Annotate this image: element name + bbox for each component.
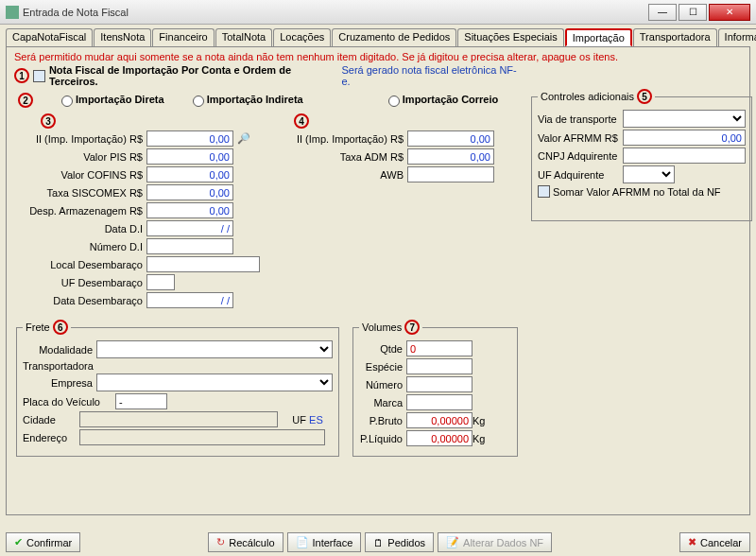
radio-direta-label: Importação Direta xyxy=(76,94,164,105)
interface-label: Interface xyxy=(313,537,353,548)
modalidade-select[interactable] xyxy=(96,340,333,358)
marca-input[interactable] xyxy=(406,394,472,410)
marker-3: 3 xyxy=(41,113,56,129)
armaz-label: Desp. Armazenagem R$ xyxy=(14,205,146,217)
nf-importacao-checkbox[interactable] xyxy=(33,70,45,82)
awb-label: AWB xyxy=(294,169,407,181)
empresa-select[interactable] xyxy=(96,374,333,391)
cofins-input[interactable] xyxy=(146,166,233,182)
numero-input[interactable] xyxy=(406,376,472,392)
radio-indireta-label: Importação Indireta xyxy=(207,94,303,105)
uf-label: UF xyxy=(278,414,306,426)
tab-cruzamento[interactable]: Cruzamento de Pedidos xyxy=(332,28,456,46)
marker-2: 2 xyxy=(18,93,33,108)
especie-input[interactable] xyxy=(406,358,472,374)
cidade-value xyxy=(79,411,278,427)
cnpj-label: CNPJ Adquirente xyxy=(538,150,623,162)
tab-transportadora-tab[interactable]: Transportadora xyxy=(633,28,717,46)
placa-label: Placa do Veículo xyxy=(23,396,115,408)
radio-direta[interactable] xyxy=(61,96,73,107)
x-icon: ✖ xyxy=(688,536,696,548)
cofins-label: Valor COFINS R$ xyxy=(14,169,146,181)
somar-label: Somar Valor AFRMM no Total da NF xyxy=(553,186,721,198)
pliq-unit: Kg xyxy=(472,433,485,444)
endereco-label: Endereço xyxy=(23,432,79,443)
datades-input[interactable] xyxy=(146,292,233,308)
frete-group: Frete 6 Modalidade Transportadora Empres… xyxy=(16,320,339,457)
cancelar-button[interactable]: ✖Cancelar xyxy=(679,532,750,552)
alterar-label: Alterar Dados NF xyxy=(463,537,543,548)
adm-input[interactable] xyxy=(407,148,494,165)
tab-totalnota[interactable]: TotalNota xyxy=(215,28,272,46)
doc-icon: 📄 xyxy=(296,536,309,548)
alterar-button[interactable]: 📝Alterar Dados NF xyxy=(438,532,552,552)
recalculo-button[interactable]: ↻Recálculo xyxy=(208,532,283,552)
via-select[interactable] xyxy=(623,110,746,128)
bottom-toolbar: ✔Confirmar ↻Recálculo 📄Interface 🗒Pedido… xyxy=(6,532,750,552)
radio-indireta[interactable] xyxy=(193,96,204,107)
close-button[interactable]: ✕ xyxy=(709,4,750,21)
ufdes-label: UF Desembaraço xyxy=(14,277,146,288)
tab-locacoes[interactable]: Locações xyxy=(273,28,331,46)
nfe-info: Será gerado nota fiscal eletrônica NF-e. xyxy=(341,64,524,87)
pedidos-button[interactable]: 🗒Pedidos xyxy=(365,532,434,552)
lookup-icon[interactable]: 🔎 xyxy=(237,132,250,145)
ufdes-input[interactable] xyxy=(146,274,175,290)
tab-situacoes[interactable]: Situações Especiais xyxy=(457,28,563,46)
marker-5: 5 xyxy=(637,89,652,104)
armaz-input[interactable] xyxy=(146,202,233,218)
endereco-value xyxy=(79,429,325,445)
edit-icon: 📝 xyxy=(446,536,459,548)
numero-label: Número xyxy=(359,379,406,391)
qtde-label: Qtde xyxy=(359,343,406,355)
datades-label: Data Desembaraço xyxy=(14,295,146,306)
interface-button[interactable]: 📄Interface xyxy=(287,532,362,552)
tab-importacao[interactable]: Importação xyxy=(565,28,632,46)
mid-ii-label: II (Imp. Importação) R$ xyxy=(294,133,407,145)
tab-strip: CapaNotaFiscal ItensNota Financeiro Tota… xyxy=(6,28,750,46)
siscomex-input[interactable] xyxy=(146,184,233,200)
marker-7: 7 xyxy=(404,320,420,335)
controles-group: Controles adicionais 5 Via de transporte… xyxy=(531,89,752,221)
confirmar-button[interactable]: ✔Confirmar xyxy=(6,532,80,552)
ufadq-label: UF Adquirente xyxy=(538,169,623,181)
numdi-input[interactable] xyxy=(146,238,233,254)
ii-label: II (Imp. Importação) R$ xyxy=(14,133,146,145)
localdes-input[interactable] xyxy=(146,256,260,272)
afrmm-input[interactable] xyxy=(623,130,746,146)
siscomex-label: Taxa SISCOMEX R$ xyxy=(14,187,146,199)
radio-correio[interactable] xyxy=(388,96,400,107)
maximize-button[interactable]: ☐ xyxy=(679,4,707,21)
tab-info-adicionais[interactable]: Informações Adicionais xyxy=(718,28,756,46)
numdi-label: Número D.I xyxy=(14,241,146,252)
localdes-label: Local Desembaraço xyxy=(14,259,146,270)
confirmar-label: Confirmar xyxy=(26,537,72,548)
ufadq-select[interactable] xyxy=(623,165,675,183)
volumes-group: Volumes 7 Qtde Espécie Número Marca P.Br… xyxy=(352,320,518,457)
placa-input[interactable] xyxy=(115,393,167,409)
marker-1: 1 xyxy=(14,68,29,83)
cnpj-input[interactable] xyxy=(623,148,746,164)
datadi-input[interactable] xyxy=(146,220,233,236)
ii-input[interactable] xyxy=(146,130,233,147)
pliq-input[interactable] xyxy=(406,430,472,446)
minimize-button[interactable]: — xyxy=(648,4,677,21)
cidade-label: Cidade xyxy=(23,414,79,426)
window-title: Entrada de Nota Fiscal xyxy=(23,7,646,18)
somar-checkbox[interactable] xyxy=(538,185,550,198)
tab-pane: Será permitido mudar aqui somente se a n… xyxy=(6,46,750,515)
qtde-input[interactable] xyxy=(406,340,472,356)
awb-input[interactable] xyxy=(407,166,494,182)
tab-financeiro[interactable]: Financeiro xyxy=(152,28,214,46)
empresa-label: Empresa xyxy=(23,377,96,389)
tab-itensnota[interactable]: ItensNota xyxy=(94,28,151,46)
radio-correio-label: Importação Correio xyxy=(403,94,498,105)
pbruto-input[interactable] xyxy=(406,412,472,428)
refresh-icon: ↻ xyxy=(216,536,225,548)
marker-4: 4 xyxy=(294,113,309,129)
modalidade-label: Modalidade xyxy=(23,344,96,356)
mid-ii-input[interactable] xyxy=(407,130,494,147)
adm-label: Taxa ADM R$ xyxy=(294,151,407,163)
pis-input[interactable] xyxy=(146,148,233,165)
tab-capanotafiscal[interactable]: CapaNotaFiscal xyxy=(6,28,93,46)
